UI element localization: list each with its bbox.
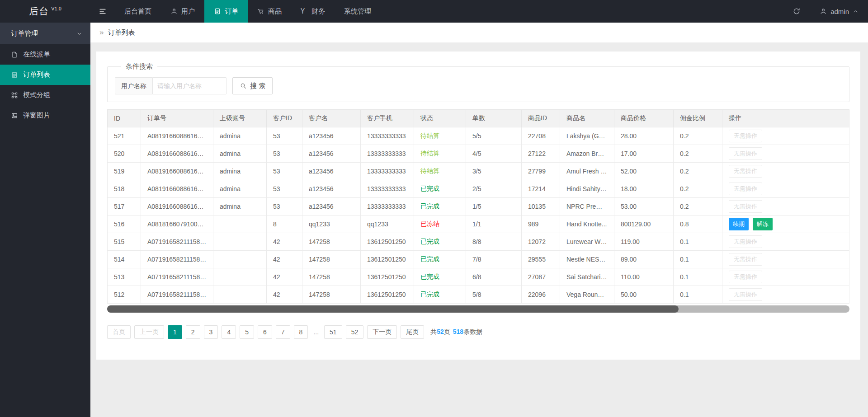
scrollbar-thumb[interactable]	[107, 305, 679, 313]
search-button-label: 搜 索	[250, 82, 265, 90]
nav-tab-home[interactable]: 后台首页	[115, 0, 161, 23]
search-icon	[240, 82, 247, 89]
sidebar-item-online-dispatch[interactable]: 在线派单	[0, 44, 90, 65]
sidebar-item-popup-image[interactable]: 弹窗图片	[0, 105, 90, 126]
refresh-button[interactable]	[783, 0, 810, 23]
cell-product-id: 22096	[522, 286, 560, 304]
page-8[interactable]: 8	[294, 325, 308, 339]
page-51[interactable]: 51	[324, 325, 342, 339]
username-input[interactable]	[153, 77, 226, 94]
table-row: 516A081816607910082818qq1233qq1233已冻结1/1…	[108, 216, 849, 233]
cell-id: 518	[108, 180, 141, 198]
refresh-icon	[793, 7, 801, 15]
cell-product-name: Sai Satcharitr...	[560, 268, 614, 286]
page-2[interactable]: 2	[186, 325, 200, 339]
page-6[interactable]: 6	[258, 325, 272, 339]
cell-customer-id: 42	[267, 251, 302, 268]
user-icon	[170, 8, 178, 15]
status-badge: 已完成	[420, 185, 439, 192]
content-area: 条件搜索 用户名称 搜 索	[90, 42, 868, 417]
cell-count: 3/5	[466, 163, 522, 180]
column-header: 订单号	[141, 110, 213, 127]
table-header-row: ID订单号上级账号客户ID客户名客户手机状态单数商品ID商品名商品价格佣金比例操…	[108, 110, 849, 127]
cell-id: 516	[108, 216, 141, 233]
nav-tab-system[interactable]: 系统管理	[335, 0, 381, 23]
cell-status: 待结算	[414, 163, 466, 180]
main-area: » 订单列表 条件搜索 用户名称 搜	[90, 23, 868, 417]
renew-button[interactable]: 续期	[729, 218, 749, 230]
no-action-button: 无需操作	[729, 253, 762, 266]
summary-total-pages: 52	[437, 328, 444, 335]
brand-version: V1.0	[51, 6, 61, 11]
cell-customer-phone: qq1233	[361, 216, 414, 233]
table-row: 520A08191660886169248admina53a1234561333…	[108, 145, 849, 163]
cell-status: 待结算	[414, 145, 466, 163]
hamburger-icon	[99, 7, 107, 15]
chevron-down-icon	[76, 31, 82, 37]
cell-price: 28.00	[614, 127, 674, 145]
cell-ratio: 0.1	[674, 233, 722, 251]
cell-customer-phone: 13333333333	[361, 145, 414, 163]
page-7[interactable]: 7	[276, 325, 290, 339]
cell-status: 已完成	[414, 251, 466, 268]
unfreeze-button[interactable]: 解冻	[753, 218, 773, 230]
page-52[interactable]: 52	[346, 325, 364, 339]
search-button[interactable]: 搜 索	[232, 77, 273, 94]
page-prev: 上一页	[134, 325, 164, 339]
sidebar-items: 在线派单订单列表模式分组弹窗图片	[0, 44, 90, 126]
cell-product-name: Amul Fresh P...	[560, 163, 614, 180]
cell-product-name: Amazon Bran...	[560, 145, 614, 163]
chevron-up-icon	[853, 9, 859, 14]
page-title: 订单列表	[108, 28, 135, 37]
cell-price: 50.00	[614, 286, 674, 304]
cell-count: 8/8	[466, 233, 522, 251]
nav-tab-orders[interactable]: 订单	[204, 0, 248, 23]
file-icon	[11, 51, 18, 58]
cell-ops: 无需操作	[722, 286, 849, 304]
sidebar-item-order-list[interactable]: 订单列表	[0, 65, 90, 85]
sidebar-item-mode-group[interactable]: 模式分组	[0, 85, 90, 105]
image-icon	[11, 112, 18, 119]
user-menu[interactable]: admin	[810, 0, 868, 23]
brand-logo[interactable]: 后台V1.0	[0, 0, 90, 23]
page-4[interactable]: 4	[222, 325, 236, 339]
cell-ops: 无需操作	[722, 233, 849, 251]
horizontal-scrollbar[interactable]	[107, 305, 849, 313]
menu-toggle-button[interactable]	[90, 0, 115, 23]
cell-ops: 无需操作	[722, 251, 849, 268]
cell-order-no: A07191658211158467	[141, 233, 213, 251]
cell-price: 110.00	[614, 268, 674, 286]
cell-parent	[213, 233, 267, 251]
page-3[interactable]: 3	[204, 325, 218, 339]
status-badge: 已完成	[420, 255, 439, 262]
table-row: 518A08191660886169788admina53a1234561333…	[108, 180, 849, 198]
cell-ops: 无需操作	[722, 268, 849, 286]
table-row: 515A071916582111584674214725813612501250…	[108, 233, 849, 251]
nav-tab-goods[interactable]: 商品	[248, 0, 291, 23]
column-header: 客户手机	[361, 110, 414, 127]
status-badge: 已冻结	[420, 220, 439, 227]
cell-order-no: A08191660886169788	[141, 180, 213, 198]
page-5[interactable]: 5	[240, 325, 254, 339]
summary-pages-unit: 页	[444, 328, 450, 335]
cell-order-no: A07191658211158814	[141, 251, 213, 268]
username-field-label: 用户名称	[115, 77, 153, 94]
cell-status: 已冻结	[414, 216, 466, 233]
nav-tab-finance[interactable]: ¥财务	[291, 0, 335, 23]
sidebar-group-order-management[interactable]: 订单管理	[0, 23, 90, 44]
cell-customer-name: a123456	[302, 127, 361, 145]
page-last[interactable]: 尾页	[401, 325, 424, 339]
nav-tab-label: 用户	[181, 7, 195, 16]
cell-count: 2/5	[466, 180, 522, 198]
cell-product-id: 27087	[522, 268, 560, 286]
table-row: 521A08191660886169163admina53a1234561333…	[108, 127, 849, 145]
column-header: 商品名	[560, 110, 614, 127]
user-icon	[820, 8, 827, 15]
cell-status: 待结算	[414, 127, 466, 145]
cell-id: 514	[108, 251, 141, 268]
column-header: 客户ID	[267, 110, 302, 127]
nav-tab-users[interactable]: 用户	[161, 0, 204, 23]
page-ellipsis: ...	[311, 325, 321, 339]
page-next[interactable]: 下一页	[367, 325, 397, 339]
summary-records-unit: 条数据	[463, 328, 482, 335]
